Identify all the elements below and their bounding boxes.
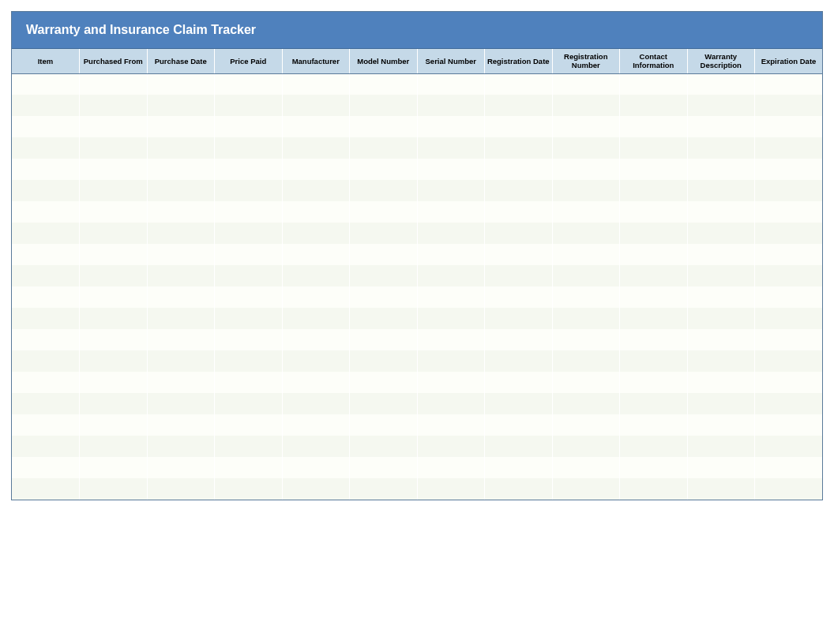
table-cell[interactable] [417, 244, 485, 265]
table-cell[interactable] [755, 457, 823, 478]
table-cell[interactable] [215, 95, 283, 116]
table-cell[interactable] [350, 95, 418, 116]
table-cell[interactable] [282, 393, 350, 414]
table-cell[interactable] [80, 436, 148, 457]
table-cell[interactable] [687, 159, 755, 180]
table-cell[interactable] [620, 478, 688, 500]
table-cell[interactable] [12, 116, 80, 137]
table-cell[interactable] [80, 159, 148, 180]
table-cell[interactable] [350, 201, 418, 223]
table-cell[interactable] [552, 393, 620, 414]
table-cell[interactable] [485, 201, 553, 223]
table-cell[interactable] [282, 223, 350, 244]
table-cell[interactable] [485, 478, 553, 500]
table-cell[interactable] [417, 159, 485, 180]
table-cell[interactable] [552, 159, 620, 180]
table-cell[interactable] [755, 244, 823, 265]
table-cell[interactable] [80, 286, 148, 308]
table-cell[interactable] [417, 265, 485, 286]
table-cell[interactable] [485, 414, 553, 436]
table-cell[interactable] [282, 414, 350, 436]
table-cell[interactable] [350, 116, 418, 137]
table-cell[interactable] [215, 116, 283, 137]
table-cell[interactable] [485, 159, 553, 180]
table-cell[interactable] [215, 286, 283, 308]
table-cell[interactable] [620, 73, 688, 95]
table-cell[interactable] [485, 180, 553, 201]
table-cell[interactable] [485, 457, 553, 478]
table-cell[interactable] [12, 286, 80, 308]
table-cell[interactable] [282, 478, 350, 500]
table-cell[interactable] [147, 329, 215, 350]
table-cell[interactable] [485, 393, 553, 414]
table-cell[interactable] [350, 372, 418, 393]
table-cell[interactable] [755, 286, 823, 308]
table-cell[interactable] [147, 137, 215, 159]
table-cell[interactable] [552, 286, 620, 308]
table-cell[interactable] [350, 478, 418, 500]
table-cell[interactable] [620, 457, 688, 478]
table-cell[interactable] [687, 350, 755, 372]
table-cell[interactable] [12, 201, 80, 223]
table-cell[interactable] [485, 137, 553, 159]
table-cell[interactable] [620, 180, 688, 201]
table-cell[interactable] [350, 137, 418, 159]
table-cell[interactable] [80, 116, 148, 137]
table-cell[interactable] [552, 180, 620, 201]
table-cell[interactable] [215, 73, 283, 95]
table-cell[interactable] [282, 159, 350, 180]
table-cell[interactable] [215, 372, 283, 393]
table-cell[interactable] [552, 350, 620, 372]
table-cell[interactable] [417, 116, 485, 137]
table-cell[interactable] [350, 350, 418, 372]
table-cell[interactable] [147, 159, 215, 180]
table-cell[interactable] [12, 95, 80, 116]
table-cell[interactable] [80, 393, 148, 414]
table-cell[interactable] [552, 73, 620, 95]
table-cell[interactable] [12, 265, 80, 286]
table-cell[interactable] [215, 137, 283, 159]
table-cell[interactable] [147, 73, 215, 95]
table-cell[interactable] [215, 329, 283, 350]
table-cell[interactable] [687, 244, 755, 265]
table-cell[interactable] [755, 372, 823, 393]
table-cell[interactable] [12, 350, 80, 372]
table-cell[interactable] [485, 372, 553, 393]
table-cell[interactable] [80, 308, 148, 329]
table-cell[interactable] [282, 95, 350, 116]
table-cell[interactable] [417, 308, 485, 329]
table-cell[interactable] [485, 223, 553, 244]
table-cell[interactable] [80, 137, 148, 159]
table-cell[interactable] [620, 95, 688, 116]
table-cell[interactable] [687, 329, 755, 350]
table-cell[interactable] [282, 73, 350, 95]
table-cell[interactable] [147, 265, 215, 286]
table-cell[interactable] [417, 286, 485, 308]
table-cell[interactable] [215, 457, 283, 478]
table-cell[interactable] [215, 159, 283, 180]
table-cell[interactable] [215, 244, 283, 265]
table-cell[interactable] [12, 436, 80, 457]
table-cell[interactable] [485, 244, 553, 265]
table-cell[interactable] [147, 350, 215, 372]
table-cell[interactable] [147, 180, 215, 201]
table-cell[interactable] [417, 457, 485, 478]
table-cell[interactable] [620, 201, 688, 223]
table-cell[interactable] [755, 201, 823, 223]
table-cell[interactable] [687, 116, 755, 137]
table-cell[interactable] [620, 286, 688, 308]
table-cell[interactable] [147, 372, 215, 393]
table-cell[interactable] [80, 329, 148, 350]
table-cell[interactable] [147, 393, 215, 414]
table-cell[interactable] [80, 265, 148, 286]
table-cell[interactable] [417, 329, 485, 350]
table-cell[interactable] [485, 116, 553, 137]
table-cell[interactable] [755, 350, 823, 372]
table-cell[interactable] [755, 116, 823, 137]
table-cell[interactable] [350, 457, 418, 478]
table-cell[interactable] [350, 223, 418, 244]
table-cell[interactable] [417, 223, 485, 244]
table-cell[interactable] [350, 265, 418, 286]
table-cell[interactable] [282, 244, 350, 265]
table-cell[interactable] [215, 414, 283, 436]
